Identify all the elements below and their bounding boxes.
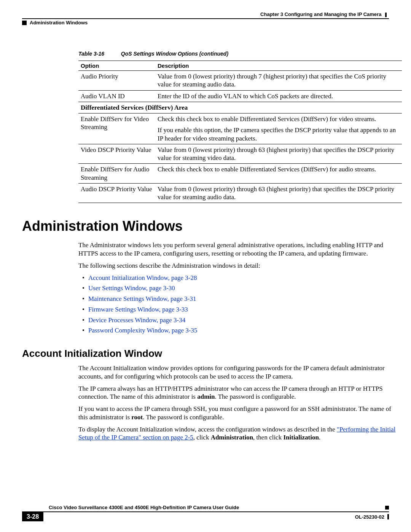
- link-password-complexity[interactable]: Password Complexity Window, page 3-35: [88, 327, 197, 334]
- header-rule: [22, 18, 389, 19]
- footer-title-row: Cisco Video Surveillance 4300E and 4500E…: [22, 505, 389, 512]
- options-table: Option Description Audio Priority Value …: [78, 61, 402, 203]
- desc-cell: Check this check box to enable Different…: [155, 164, 402, 184]
- table-row: Audio VLAN ID Enter the ID of the audio …: [78, 90, 402, 102]
- header-bar-icon: [385, 13, 387, 17]
- page-footer: Cisco Video Surveillance 4300E and 4500E…: [22, 505, 389, 521]
- option-cell: Audio VLAN ID: [78, 90, 155, 102]
- col-description: Description: [155, 61, 402, 71]
- section-breadcrumb: Administration Windows: [30, 20, 88, 26]
- chapter-text: Chapter 3 Configuring and Managing the I…: [260, 11, 381, 17]
- intro-body: The Administrator windows lets you perfo…: [78, 241, 402, 335]
- table-row: Video DSCP Priority Value Value from 0 (…: [78, 144, 402, 164]
- chapter-label: Chapter 3 Configuring and Managing the I…: [22, 11, 389, 17]
- table-row: Audio DSCP Priority Value Value from 0 (…: [78, 183, 402, 203]
- square-bullet-icon: [22, 21, 27, 25]
- table-caption: Table 3-16 QoS Settings Window Options (…: [78, 51, 389, 57]
- link-firmware[interactable]: Firmware Settings Window, page 3-33: [88, 306, 188, 313]
- option-cell: Video DSCP Priority Value: [78, 144, 155, 164]
- option-cell: Enable DiffServ for Audio Streaming: [78, 164, 155, 184]
- link-maintenance[interactable]: Maintenance Settings Window, page 3-31: [88, 295, 196, 302]
- body-paragraph: The IP camera always has an HTTP/HTTPS a…: [78, 385, 402, 401]
- square-bullet-icon: [385, 506, 389, 510]
- list-item: Password Complexity Window, page 3-35: [82, 326, 402, 335]
- header-subsection: Administration Windows: [22, 20, 389, 26]
- table-number: Table 3-16: [78, 51, 104, 57]
- desc-cell: Enter the ID of the audio VLAN to which …: [155, 90, 402, 102]
- option-cell: Audio DSCP Priority Value: [78, 183, 155, 203]
- section-heading: Differentiated Services (DiffServ) Area: [78, 102, 402, 113]
- list-item: Account Initialization Window, page 3-28: [82, 274, 402, 282]
- link-account-init[interactable]: Account Initialization Window, page 3-28: [88, 274, 197, 281]
- desc-para: Check this check box to enable Different…: [158, 115, 400, 123]
- intro-paragraph: The following sections describe the Admi…: [78, 262, 402, 270]
- table-section-row: Differentiated Services (DiffServ) Area: [78, 102, 402, 113]
- page-number-badge: 3-28: [22, 512, 43, 521]
- table-row: Enable DiffServ for Video Streaming Chec…: [78, 113, 402, 144]
- intro-paragraph: The Administrator windows lets you perfo…: [78, 241, 402, 258]
- table-row: Audio Priority Value from 0 (lowest prio…: [78, 71, 402, 91]
- body-paragraph: The Account Initialization window provid…: [78, 364, 402, 381]
- link-device-processes[interactable]: Device Processes Window, page 3-34: [88, 316, 185, 324]
- table-title: QoS Settings Window Options (continued): [121, 51, 228, 57]
- desc-para: If you enable this option, the IP camera…: [158, 126, 400, 142]
- list-item: User Settings Window, page 3-30: [82, 284, 402, 292]
- list-item: Maintenance Settings Window, page 3-31: [82, 295, 402, 303]
- desc-cell: Value from 0 (lowest priority) through 6…: [155, 183, 402, 203]
- section-link-list: Account Initialization Window, page 3-28…: [82, 274, 402, 335]
- option-cell: Audio Priority: [78, 71, 155, 91]
- list-item: Device Processes Window, page 3-34: [82, 316, 402, 324]
- desc-cell: Check this check box to enable Different…: [155, 113, 402, 144]
- subsection-body: The Account Initialization window provid…: [78, 364, 402, 442]
- footer-doc-title: Cisco Video Surveillance 4300E and 4500E…: [49, 505, 239, 510]
- subsection-heading-h2: Account Initialization Window: [22, 348, 389, 359]
- section-heading-h1: Administration Windows: [22, 218, 389, 234]
- desc-cell: Value from 0 (lowest priority) through 6…: [155, 144, 402, 164]
- body-paragraph: To display the Account Initialization wi…: [78, 425, 402, 442]
- body-paragraph: If you want to access the IP camera thro…: [78, 405, 402, 422]
- table-row: Enable DiffServ for Audio Streaming Chec…: [78, 164, 402, 184]
- page-header: Chapter 3 Configuring and Managing the I…: [22, 11, 389, 26]
- col-option: Option: [78, 61, 155, 71]
- footer-bar-icon: [387, 514, 389, 519]
- desc-cell: Value from 0 (lowest priority) through 7…: [155, 71, 402, 91]
- option-cell: Enable DiffServ for Video Streaming: [78, 113, 155, 144]
- footer-docnum: OL-25230-02: [355, 514, 389, 520]
- list-item: Firmware Settings Window, page 3-33: [82, 305, 402, 314]
- link-user-settings[interactable]: User Settings Window, page 3-30: [88, 284, 175, 292]
- footer-bottom-row: 3-28 OL-25230-02: [22, 512, 389, 521]
